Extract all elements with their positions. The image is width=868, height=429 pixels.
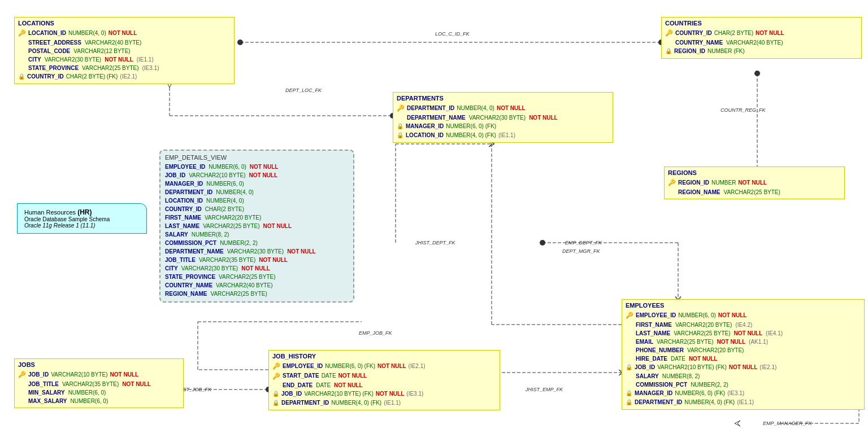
view-row-fn: FIRST_NAME VARCHAR2(20 BYTE): [165, 213, 349, 222]
job-history-start-row: 🔑 START_DATE DATE NOT NULL: [272, 371, 496, 382]
view-row-empid: EMPLOYEE_ID NUMBER(6, 0) NOT NULL: [165, 163, 349, 171]
key-icon-job-id: 🔑: [18, 370, 26, 380]
locations-row-country: 🔒 COUNTRY_ID CHAR(2 BYTE) (FK) (IE2.1): [18, 72, 231, 81]
key-icon-location-id: 🔑: [18, 28, 26, 38]
key-icon-country-id: 🔑: [665, 28, 673, 38]
table-locations: LOCATIONS 🔑 LOCATION_ID NUMBER(4, 0) NOT…: [14, 17, 235, 84]
rel-dept-loc-fk: DEPT_LOC_FK: [285, 87, 322, 93]
view-row-deptid: DEPARTMENT_ID NUMBER(4, 0): [165, 188, 349, 196]
departments-row-loc: 🔒 LOCATION_ID NUMBER(4, 0) (FK) (IE1.1): [397, 131, 609, 140]
job-history-job-row: 🔒 JOB_ID VARCHAR2(10 BYTE) (FK) NOT NULL…: [272, 389, 496, 399]
svg-point-19: [540, 240, 545, 246]
departments-pk-row: 🔑 DEPARTMENT_ID NUMBER(4, 0) NOT NULL: [397, 103, 609, 113]
table-employees: EMPLOYEES 🔑 EMPLOYEE_ID NUMBER(6, 0) NOT…: [622, 299, 865, 410]
lock-icon-emp-job: 🔒: [626, 363, 632, 372]
jobs-row-max: MAX_SALARY NUMBER(6, 0): [18, 397, 180, 405]
key-icon-emp-id: 🔑: [626, 310, 633, 321]
departments-title: DEPARTMENTS: [397, 95, 609, 102]
view-row-cname: COUNTRY_NAME VARCHAR2(40 BYTE): [165, 281, 349, 290]
employees-row-job: 🔒 JOB_ID VARCHAR2(10 BYTE) (FK) NOT NULL…: [626, 363, 861, 372]
rel-emp-dept-fk: EMP_DEPT_FK: [565, 240, 602, 246]
jobs-row-title: JOB_TITLE VARCHAR2(35 BYTE) NOT NULL: [18, 380, 180, 388]
rel-loc-c-id-fk: LOC_C_ID_FK: [435, 31, 470, 37]
locations-row-postal: POSTAL_CODE VARCHAR2(12 BYTE): [18, 47, 231, 55]
hr-label-line1: Oracle Database Sample Schema: [24, 216, 140, 222]
employees-row-email: EMAIL VARCHAR2(25 BYTE) NOT NULL (AK1.1): [626, 338, 861, 346]
employees-row-phone: PHONE_NUMBER VARCHAR2(20 BYTE): [626, 346, 861, 354]
view-row-ctryid: COUNTRY_ID CHAR(2 BYTE): [165, 205, 349, 213]
departments-row-name: DEPARTMENT_NAME VARCHAR2(30 BYTE) NOT NU…: [397, 113, 609, 122]
hr-label-box: Human Resources (HR) Oracle Database Sam…: [17, 203, 147, 234]
countries-title: COUNTRIES: [665, 20, 858, 27]
lock-icon-jh-job: 🔒: [272, 389, 279, 399]
hr-label-line2: Oracle 11g Release 1 (11.1): [24, 222, 140, 229]
view-row-city: CITY VARCHAR2(30 BYTE) NOT NULL: [165, 264, 349, 273]
jobs-title: JOBS: [18, 361, 180, 368]
table-countries: COUNTRIES 🔑 COUNTRY_ID CHAR(2 BYTE) NOT …: [661, 17, 862, 59]
view-row-rname: REGION_NAME VARCHAR2(25 BYTE): [165, 290, 349, 298]
lock-icon-loc-id: 🔒: [397, 131, 403, 140]
table-regions: REGIONS 🔑 REGION_ID NUMBER NOT NULL REGI…: [664, 167, 845, 199]
countries-pk-row: 🔑 COUNTRY_ID CHAR(2 BYTE) NOT NULL: [665, 28, 858, 38]
lock-icon-region-id: 🔒: [665, 47, 672, 56]
lock-icon-mgr-id: 🔒: [397, 122, 403, 131]
rel-emp-job-fk: EMP_JOB_FK: [359, 330, 392, 336]
view-row-mgrid: MANAGER_ID NUMBER(6, 0): [165, 180, 349, 188]
job-history-dept-row: 🔒 DEPARTMENT_ID NUMBER(4, 0) (FK) (IE1.1…: [272, 399, 496, 408]
lock-icon-emp-dept: 🔒: [626, 398, 632, 407]
svg-point-1: [237, 40, 243, 45]
rel-dept-mgr-fk: DEPT_MGR_FK: [562, 248, 600, 254]
svg-point-9: [754, 71, 760, 76]
employees-row-mgr: 🔒 MANAGER_ID NUMBER(6, 0) (FK) (IE3.1): [626, 389, 861, 398]
view-row-sal: SALARY NUMBER(8, 2): [165, 230, 349, 239]
table-departments: DEPARTMENTS 🔑 DEPARTMENT_ID NUMBER(4, 0)…: [393, 92, 613, 143]
view-row-comm: COMMISSION_PCT NUMBER(2, 2): [165, 239, 349, 247]
employees-row-dept: 🔒 DEPARTMENT_ID NUMBER(4, 0) (FK) (IE1.1…: [626, 398, 861, 407]
job-history-title: JOB_HISTORY: [272, 353, 496, 360]
departments-row-mgr: 🔒 MANAGER_ID NUMBER(6, 0) (FK): [397, 122, 609, 131]
emp-details-view-title: EMP_DETAILS_VIEW: [165, 154, 349, 161]
lock-icon-emp-mgr: 🔒: [626, 389, 632, 398]
lock-icon-jh-dept: 🔒: [272, 399, 279, 408]
rel-jhist-dept-fk: JHIST_DEPT_FK: [415, 240, 455, 246]
countries-row-name: COUNTRY_NAME VARCHAR2(40 BYTE): [665, 38, 858, 47]
jobs-row-min: MIN_SALARY NUMBER(6, 0): [18, 388, 180, 397]
lock-icon-country-id: 🔒: [18, 72, 25, 81]
view-row-jobtitle: JOB_TITLE VARCHAR2(35 BYTE) NOT NULL: [165, 256, 349, 264]
regions-pk-row: 🔑 REGION_ID NUMBER NOT NULL: [668, 178, 841, 188]
employees-row-hire: HIRE_DATE DATE NOT NULL: [626, 354, 861, 363]
locations-pk-row: 🔑 LOCATION_ID NUMBER(4, 0) NOT NULL: [18, 28, 231, 38]
view-row-jobid: JOB_ID VARCHAR2(10 BYTE) NOT NULL: [165, 171, 349, 180]
view-row-locid: LOCATION_ID NUMBER(4, 0): [165, 196, 349, 205]
employees-row-commission: COMMISSION_PCT NUMBER(2, 2): [626, 380, 861, 389]
view-emp-details: EMP_DETAILS_VIEW EMPLOYEE_ID NUMBER(6, 0…: [159, 150, 354, 303]
table-job-history: JOB_HISTORY 🔑 EMPLOYEE_ID NUMBER(6, 0) (…: [268, 350, 500, 410]
table-jobs: JOBS 🔑 JOB_ID VARCHAR2(10 BYTE) NOT NULL…: [14, 358, 184, 408]
employees-pk-row: 🔑 EMPLOYEE_ID NUMBER(6, 0) NOT NULL: [626, 310, 861, 321]
hr-label-title: Human Resources (HR): [24, 208, 140, 216]
countries-row-region: 🔒 REGION_ID NUMBER (FK): [665, 47, 858, 56]
key-icon-region-id: 🔑: [668, 178, 676, 188]
key-icon-jh-emp: 🔑: [272, 361, 280, 371]
job-history-end-row: END_DATE DATE NOT NULL: [272, 381, 496, 389]
key-icon-dept-id: 🔑: [397, 103, 405, 113]
job-history-emp-row: 🔑 EMPLOYEE_ID NUMBER(6, 0) (FK) NOT NULL…: [272, 361, 496, 371]
view-row-state: STATE_PROVINCE VARCHAR2(25 BYTE): [165, 273, 349, 281]
locations-row-street: STREET_ADDRESS VARCHAR2(40 BYTE): [18, 38, 231, 47]
jobs-pk-row: 🔑 JOB_ID VARCHAR2(10 BYTE) NOT NULL: [18, 370, 180, 380]
rel-emp-manager-fk: EMP_MANAGER_FK: [763, 421, 812, 426]
employees-row-ln: LAST_NAME VARCHAR2(25 BYTE) NOT NULL (IE…: [626, 329, 861, 338]
locations-row-city: CITY VARCHAR2(30 BYTE) NOT NULL (IE1.1): [18, 55, 231, 64]
rel-jhist-emp-fk: JHIST_EMP_FK: [526, 387, 563, 392]
rel-countr-reg-fk: COUNTR_REG_FK: [721, 107, 766, 113]
regions-title: REGIONS: [668, 169, 841, 176]
regions-row-name: REGION_NAME VARCHAR2(25 BYTE): [668, 188, 841, 196]
view-row-ln: LAST_NAME VARCHAR2(25 BYTE) NOT NULL: [165, 222, 349, 230]
erd-diagram: LOC_C_ID_FK DEPT_LOC_FK COUNTR_REG_FK JH…: [0, 0, 868, 429]
employees-row-salary: SALARY NUMBER(8, 2): [626, 372, 861, 380]
employees-title: EMPLOYEES: [626, 302, 861, 309]
svg-marker-31: [735, 421, 740, 426]
employees-row-fn: FIRST_NAME VARCHAR2(20 BYTE) (IE4.2): [626, 321, 861, 329]
view-row-deptname: DEPARTMENT_NAME VARCHAR2(30 BYTE) NOT NU…: [165, 247, 349, 256]
locations-title: LOCATIONS: [18, 20, 231, 27]
